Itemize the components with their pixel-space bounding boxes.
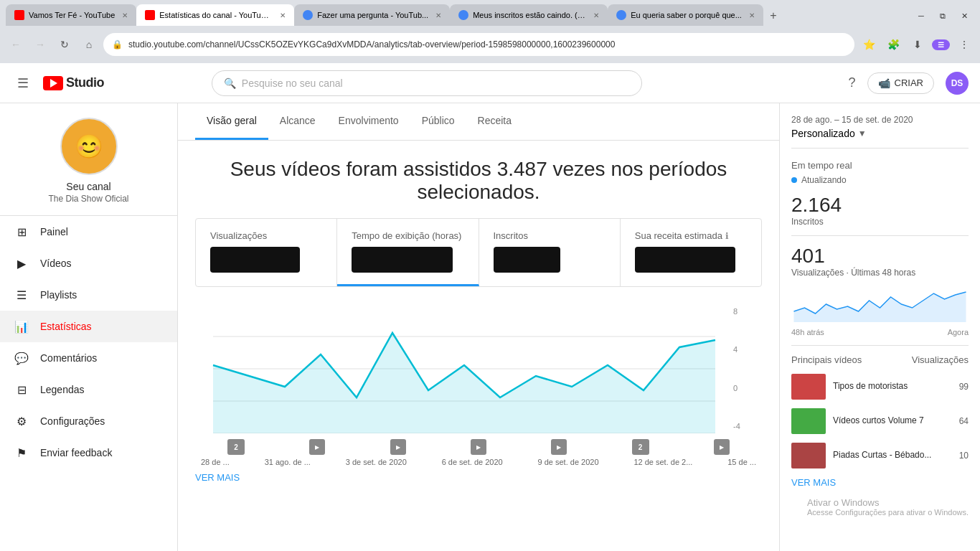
tab-visao-geral[interactable]: Visão geral: [195, 103, 268, 140]
tab-close-5[interactable]: ✕: [749, 11, 755, 19]
browser-tab-1[interactable]: Vamos Ter Fé - YouTube ✕: [6, 4, 136, 26]
maximize-button[interactable]: ⧉: [933, 6, 953, 26]
sidebar-item-feedback[interactable]: ⚑ Enviar feedback: [0, 437, 177, 468]
tab-label-2: Estatísticas do canal - YouTube...: [159, 11, 273, 19]
back-button[interactable]: ←: [6, 34, 26, 55]
time-labels: 48h atrás Agora: [791, 328, 969, 336]
user-avatar[interactable]: DS: [946, 72, 969, 95]
header-search: 🔍 Pesquise no seu canal: [212, 70, 642, 96]
divider-2: [791, 235, 969, 236]
time-end: Agora: [948, 328, 969, 336]
marker-2-2[interactable]: 2: [632, 439, 649, 455]
sidebar-label-legendas: Legendas: [40, 384, 85, 395]
close-button[interactable]: ✕: [954, 6, 974, 26]
search-icon: 🔍: [224, 77, 236, 89]
subscribers-label: Inscritos: [791, 217, 969, 227]
right-panel-ver-mais[interactable]: VER MAIS: [791, 477, 969, 488]
tab-alcance[interactable]: Alcance: [268, 103, 327, 140]
video-views-1: 99: [959, 382, 969, 392]
date-range-text: 28 de ago. – 15 de set. de 2020: [791, 115, 913, 125]
sidebar-label-playlists: Playlists: [40, 289, 77, 301]
sidebar-item-legendas[interactable]: ⊟ Legendas: [0, 374, 177, 405]
extensions-button[interactable]: 🧩: [883, 34, 903, 55]
tab-close-3[interactable]: ✕: [435, 11, 441, 19]
sidebar-item-playlists[interactable]: ☰ Playlists: [0, 279, 177, 311]
sidebar-item-painel[interactable]: ⊞ Painel: [0, 216, 177, 248]
video-title-3: Piadas Curtas - Bébado...: [833, 450, 952, 461]
stat-label-inscritos: Inscritos: [494, 230, 606, 241]
ver-mais-button[interactable]: VER MAIS: [195, 472, 762, 483]
y-label-neg4: -4: [733, 422, 762, 430]
video-thumb-1: [791, 374, 826, 400]
marker-play-5[interactable]: ▶: [714, 439, 730, 455]
sidebar-item-videos[interactable]: ▶ Vídeos: [0, 248, 177, 279]
minimize-button[interactable]: ─: [911, 6, 931, 26]
channel-handle: The Dia Show Oficial: [48, 194, 128, 204]
top-videos-title: Principais vídeos: [791, 354, 862, 365]
browser-tab-5[interactable]: Eu queria saber o porquê que... ✕: [608, 4, 763, 26]
reload-button[interactable]: ↻: [55, 34, 75, 55]
menu-button[interactable]: ⋮: [954, 34, 974, 55]
home-button[interactable]: ⌂: [79, 34, 99, 55]
forward-button[interactable]: →: [30, 34, 50, 55]
stat-cell-inscritos[interactable]: Inscritos: [479, 219, 621, 286]
video-item-1[interactable]: Tipos de motoristas 99: [791, 374, 969, 400]
divider-3: [791, 345, 969, 346]
right-panel: 28 de ago. – 15 de set. de 2020 Personal…: [779, 103, 980, 551]
y-label-0: 0: [733, 384, 762, 392]
marker-2-1[interactable]: 2: [227, 439, 245, 455]
grid-icon: ⊞: [14, 225, 29, 239]
channel-section: 😊 Seu canal The Dia Show Oficial: [0, 103, 177, 216]
window-controls: ─ ⧉ ✕: [911, 6, 980, 26]
y-axis-labels: 8 4 0 -4: [733, 304, 762, 433]
period-selector[interactable]: Personalizado ▼: [791, 128, 969, 139]
address-bar[interactable]: 🔒 studio.youtube.com/channel/UCssCK5OZEv…: [103, 33, 854, 56]
content-area: Visão geral Alcance Envolvimento Público…: [178, 103, 779, 551]
top-videos-header: Principais vídeos Visualizações: [791, 354, 969, 365]
lock-icon: 🔒: [112, 39, 123, 50]
channel-avatar[interactable]: 😊: [60, 118, 118, 175]
stat-cell-visualizacoes[interactable]: Visualizações: [196, 219, 337, 286]
stat-cell-tempo[interactable]: Tempo de exibição (horas): [337, 219, 479, 286]
video-item-2[interactable]: Vídeos curtos Volume 7 64: [791, 408, 969, 434]
bookmark-button[interactable]: ⭐: [859, 34, 879, 55]
period-label: Personalizado: [791, 128, 855, 139]
marker-play-2[interactable]: ▶: [390, 439, 406, 455]
tab-publico[interactable]: Público: [410, 103, 466, 140]
tab-close-4[interactable]: ✕: [593, 11, 599, 19]
marker-play-1[interactable]: ▶: [309, 439, 325, 455]
app-header: ☰ Studio 🔍 Pesquise no seu canal ? 📹 CRI…: [0, 63, 980, 103]
sidebar-label-videos: Vídeos: [40, 258, 72, 269]
create-button[interactable]: 📹 CRIAR: [867, 72, 934, 94]
sidebar-item-estatisticas[interactable]: 📊 Estatísticas: [0, 311, 177, 342]
browser-tab-3[interactable]: Fazer uma pergunta - YouTub... ✕: [294, 4, 450, 26]
youtube-studio-logo: Studio: [43, 75, 104, 90]
playlist-icon: ☰: [14, 288, 29, 302]
downloads-button[interactable]: ⬇: [908, 34, 928, 55]
sidebar-item-comentarios[interactable]: 💬 Comentários: [0, 342, 177, 374]
browser-tab-4[interactable]: Meus inscritos estão caindo. (M... ✕: [450, 4, 608, 26]
help-button[interactable]: ?: [849, 75, 856, 90]
profile-badge[interactable]: ☰: [932, 39, 950, 50]
tab-label-5: Eu queria saber o porquê que...: [631, 11, 742, 19]
browser-tab-2[interactable]: Estatísticas do canal - YouTube... ✕: [136, 4, 294, 26]
realtime-status-text: Atualizando: [801, 175, 847, 185]
stat-cell-receita[interactable]: Sua receita estimada ℹ: [621, 219, 761, 286]
chart-with-axis: 8 4 0 -4: [195, 304, 762, 436]
search-box[interactable]: 🔍 Pesquise no seu canal: [212, 70, 642, 96]
tab-receita[interactable]: Receita: [466, 103, 523, 140]
sidebar-item-configuracoes[interactable]: ⚙ Configurações: [0, 405, 177, 437]
settings-icon: ⚙: [14, 415, 29, 428]
video-item-3[interactable]: Piadas Curtas - Bébado... 10: [791, 443, 969, 468]
marker-play-3[interactable]: ▶: [471, 439, 486, 455]
sidebar-label-feedback: Enviar feedback: [40, 447, 112, 458]
chart-container: 8 4 0 -4 2 ▶ ▶ ▶ ▶ 2 ▶: [195, 304, 762, 466]
new-tab-button[interactable]: +: [763, 6, 783, 26]
tab-envolvimento[interactable]: Envolvimento: [327, 103, 410, 140]
tab-close-2[interactable]: ✕: [280, 11, 286, 19]
views-header: Visualizações: [912, 354, 969, 365]
marker-play-4[interactable]: ▶: [551, 439, 567, 455]
sidebar-label-comentarios: Comentários: [40, 352, 97, 364]
tab-close-1[interactable]: ✕: [122, 11, 128, 19]
hamburger-button[interactable]: ☰: [11, 72, 34, 95]
